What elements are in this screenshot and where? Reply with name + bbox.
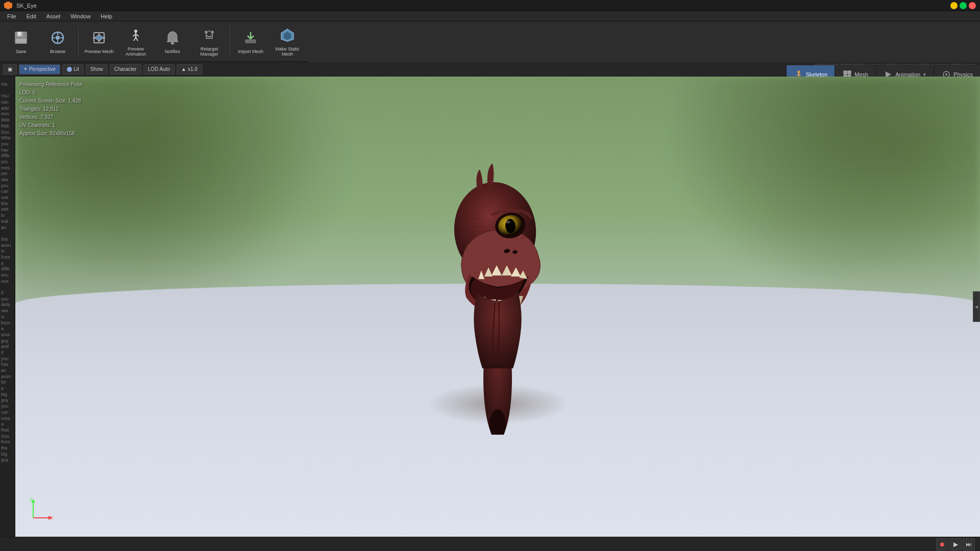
lod-info: LOD: 0 xyxy=(19,89,82,97)
preview-animation-button[interactable]: Preview Animation xyxy=(118,23,154,60)
playback-bar: ⏺ ▶ ⏭ xyxy=(0,537,980,551)
menu-file[interactable]: File xyxy=(2,12,21,20)
pose-info: Previewing Reference Pose xyxy=(19,81,82,89)
svg-point-12 xyxy=(93,37,95,39)
preview-mesh-icon xyxy=(90,29,108,47)
lod-button[interactable]: LOD Auto xyxy=(143,64,175,74)
make-static-mesh-button[interactable]: Make Static Mesh xyxy=(270,23,305,60)
svg-rect-3 xyxy=(16,39,26,43)
svg-rect-24 xyxy=(246,40,256,43)
anim-notifies-icon xyxy=(163,29,182,47)
maximize-button[interactable] xyxy=(960,2,967,9)
menu-bar: File Edit Asset Window Help xyxy=(0,11,980,21)
svg-point-39 xyxy=(945,73,947,76)
toolbar: Save Browse Preview Mesh Preview Animati… xyxy=(0,21,308,62)
retarget-manager-button[interactable]: Retarget Manager xyxy=(191,23,227,60)
browse-label: Browse xyxy=(50,49,65,54)
svg-text:X: X xyxy=(50,515,53,520)
character-button[interactable]: Character xyxy=(110,64,141,74)
perspective-dropdown-icon: ▼ xyxy=(23,67,28,71)
lod-label: LOD Auto xyxy=(148,66,170,72)
preview-animation-icon xyxy=(127,26,145,44)
svg-point-27 xyxy=(797,71,800,73)
menu-help[interactable]: Help xyxy=(95,12,117,20)
svg-rect-34 xyxy=(848,71,851,74)
import-mesh-button[interactable]: Import Mesh xyxy=(233,23,268,60)
preview-animation-label: Preview Animation xyxy=(118,46,154,57)
toolbar-separator-1 xyxy=(78,26,79,57)
uv-channels-info: UV Channels: 1 xyxy=(19,121,82,130)
preview-mesh-button[interactable]: Preview Mesh xyxy=(81,23,117,60)
show-label: Show xyxy=(90,66,103,72)
screen-size-info: Current Screen Size: 1,428 xyxy=(19,97,82,105)
svg-rect-2 xyxy=(18,32,21,36)
svg-rect-21 xyxy=(171,42,174,44)
anim-notifies-label: Notifies xyxy=(165,49,180,54)
ue-logo xyxy=(4,2,12,10)
svg-point-57 xyxy=(505,220,510,223)
svg-point-15 xyxy=(134,30,137,33)
info-overlay: Previewing Reference Pose LOD: 0 Current… xyxy=(19,81,82,138)
svg-point-11 xyxy=(98,34,100,36)
svg-line-19 xyxy=(134,37,136,41)
save-label: Save xyxy=(16,49,27,54)
window-controls xyxy=(950,2,976,9)
left-panel: MaYoucanaddremdeleRetiSouWheyouhavdiffep… xyxy=(0,77,15,537)
axis-indicator: X Y xyxy=(26,495,56,527)
vertices-info: Vertices: 7,927 xyxy=(19,113,82,121)
title-bar: SK_Eye xyxy=(0,0,980,11)
svg-point-14 xyxy=(98,40,100,42)
main-content: MaYoucanaddremdeleRetiSouWheyouhavdiffep… xyxy=(0,77,980,537)
left-panel-text: MaYoucanaddremdeleRetiSouWheyouhavdiffep… xyxy=(1,82,14,463)
perspective-label: Perspective xyxy=(29,66,56,72)
toolbar-separator-2 xyxy=(230,26,230,57)
anim-notifies-button[interactable]: Notifies xyxy=(155,23,190,60)
svg-text:Y: Y xyxy=(30,497,33,502)
approx-size-info: Approx Size: 92x90x158 xyxy=(19,130,82,138)
make-static-mesh-label: Make Static Mesh xyxy=(270,46,305,57)
right-panel-toggle[interactable]: ◀ xyxy=(973,291,980,322)
menu-window[interactable]: Window xyxy=(65,12,95,20)
skip-end-button[interactable]: ⏭ xyxy=(963,538,975,550)
lit-label: Lit xyxy=(74,66,79,72)
menu-asset[interactable]: Asset xyxy=(41,12,66,20)
realtime-icon: ▣ xyxy=(8,66,12,72)
character-label: Character xyxy=(114,66,137,72)
svg-point-13 xyxy=(103,37,105,39)
make-static-mesh-icon xyxy=(278,26,297,44)
perspective-button[interactable]: ▼ Perspective xyxy=(19,64,60,74)
right-panel-arrow-icon: ◀ xyxy=(975,305,978,309)
show-button[interactable]: Show xyxy=(86,64,108,74)
svg-line-20 xyxy=(136,37,138,41)
realtime-toggle[interactable]: ▣ xyxy=(3,64,17,74)
title-text: SK_Eye xyxy=(16,3,37,9)
triangles-info: Triangles: 12,912 xyxy=(19,105,82,113)
scale-label: x1.0 xyxy=(188,66,198,72)
svg-point-23 xyxy=(211,31,214,34)
browse-icon xyxy=(48,29,67,47)
save-icon xyxy=(12,29,30,47)
preview-mesh-label: Preview Mesh xyxy=(85,49,114,54)
close-button[interactable] xyxy=(969,2,976,9)
viewport-3d[interactable]: Previewing Reference Pose LOD: 0 Current… xyxy=(15,77,980,537)
creature-model-3d xyxy=(431,129,564,435)
import-mesh-icon xyxy=(241,29,260,47)
browse-button[interactable]: Browse xyxy=(40,23,76,60)
lit-button[interactable]: Lit xyxy=(62,64,84,74)
lit-icon xyxy=(67,67,72,72)
save-button[interactable]: Save xyxy=(3,23,39,60)
svg-point-5 xyxy=(56,36,60,40)
record-button[interactable]: ⏺ xyxy=(936,538,948,550)
svg-rect-33 xyxy=(844,71,847,74)
svg-point-22 xyxy=(205,31,208,34)
scale-icon: ▲ xyxy=(181,66,186,72)
play-button[interactable]: ▶ xyxy=(949,538,962,550)
import-mesh-label: Import Mesh xyxy=(238,49,263,54)
retarget-manager-label: Retarget Manager xyxy=(191,46,227,57)
scale-button[interactable]: ▲ x1.0 xyxy=(177,64,202,74)
menu-edit[interactable]: Edit xyxy=(21,12,41,20)
retarget-manager-icon xyxy=(200,26,218,44)
minimize-button[interactable] xyxy=(950,2,958,9)
